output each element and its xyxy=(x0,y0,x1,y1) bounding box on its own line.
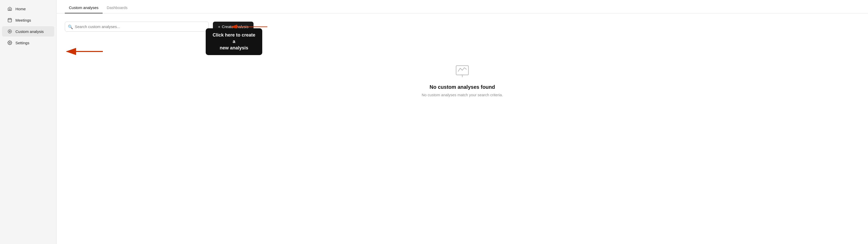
main-content: Custom analyses Dashboards 🔍 + Create an… xyxy=(57,0,868,244)
search-input[interactable] xyxy=(65,22,209,32)
tab-dashboards[interactable]: Dashboards xyxy=(102,2,132,13)
sidebar-item-meetings[interactable]: Meetings xyxy=(2,15,54,25)
svg-point-6 xyxy=(9,42,10,44)
empty-state: No custom analyses found No custom analy… xyxy=(65,47,860,107)
sidebar-item-label: Home xyxy=(16,7,26,11)
sidebar-item-label: Meetings xyxy=(16,18,31,22)
sidebar-item-custom-analysis[interactable]: Custom analysis xyxy=(2,26,54,36)
action-row: 🔍 + Create analysis xyxy=(65,22,860,32)
svg-rect-0 xyxy=(8,19,11,22)
calendar-icon xyxy=(7,18,12,23)
empty-subtitle: No custom analyses match your search cri… xyxy=(422,93,503,97)
create-analysis-button[interactable]: + Create analysis xyxy=(213,22,253,32)
gear-icon xyxy=(7,40,12,45)
chart-icon xyxy=(454,62,470,79)
home-icon xyxy=(7,6,12,11)
create-btn-label: Create analysis xyxy=(222,24,248,29)
sidebar-item-home[interactable]: Home xyxy=(2,4,54,14)
tooltip-line1: Click here to create a xyxy=(213,32,255,44)
sidebar: Home Meetings Custom analysis xyxy=(0,0,57,244)
tabs-bar: Custom analyses Dashboards xyxy=(57,0,868,13)
sidebar-item-label: Custom analysis xyxy=(16,29,44,34)
svg-point-5 xyxy=(8,30,11,33)
search-wrapper: 🔍 xyxy=(65,22,209,32)
custom-analysis-icon xyxy=(7,29,12,34)
create-btn-prefix: + xyxy=(218,24,220,29)
sidebar-item-settings[interactable]: Settings xyxy=(2,37,54,48)
search-icon: 🔍 xyxy=(68,24,73,29)
content-area: 🔍 + Create analysis Click here to create… xyxy=(57,13,868,244)
empty-title: No custom analyses found xyxy=(430,84,495,90)
tab-custom-analyses[interactable]: Custom analyses xyxy=(65,2,102,13)
sidebar-item-label: Settings xyxy=(16,40,29,45)
svg-point-4 xyxy=(9,31,10,32)
